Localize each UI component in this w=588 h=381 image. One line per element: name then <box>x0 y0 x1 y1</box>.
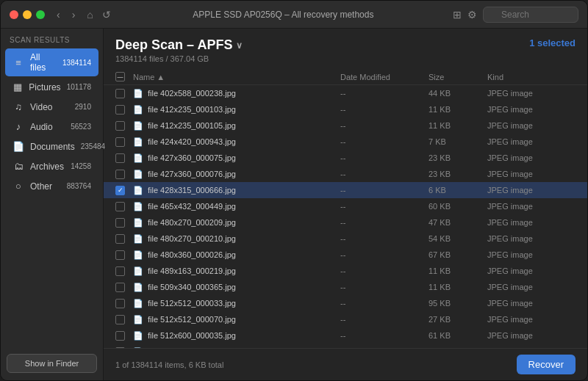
row-checkbox[interactable] <box>115 266 125 276</box>
chevron-down-icon[interactable]: ∨ <box>236 40 243 51</box>
forward-button[interactable]: › <box>69 7 79 22</box>
row-checkbox[interactable] <box>115 283 125 292</box>
table-row[interactable]: 📄file 480x360_000026.jpg--67 KBJPEG imag… <box>104 247 587 263</box>
minimize-button[interactable] <box>23 10 32 19</box>
sidebar-item-video[interactable]: ♫ Video 2910 <box>5 98 98 116</box>
row-file-cell: 📄file 480x270_000210.jpg <box>133 234 340 244</box>
table-row[interactable]: 📄file 412x235_000103.jpg--11 KBJPEG imag… <box>104 101 587 117</box>
col-name-label: Name <box>133 73 154 81</box>
row-checkbox[interactable] <box>115 315 125 324</box>
file-name: file 465x432_000449.jpg <box>148 202 236 211</box>
table-row[interactable]: 📄file 402x588_000238.jpg--44 KBJPEG imag… <box>104 85 587 101</box>
main-layout: Scan results ≡ All files 1384114 ▦ Pictu… <box>1 29 587 380</box>
row-kind: JPEG image <box>487 234 576 243</box>
col-header-size[interactable]: Size <box>429 73 487 81</box>
row-checkbox[interactable] <box>115 89 125 98</box>
sidebar-item-pictures[interactable]: ▦ Pictures 101178 <box>5 78 98 96</box>
table-row[interactable]: 📄file 424x420_000943.jpg--7 KBJPEG image <box>104 134 587 150</box>
file-doc-icon: 📄 <box>133 89 143 98</box>
file-name: file 512x600_000035.jpg <box>148 331 236 340</box>
table-row[interactable]: 📄file 465x432_000449.jpg--60 KBJPEG imag… <box>104 198 587 214</box>
settings-button[interactable]: ⚙ <box>467 9 477 21</box>
row-kind: JPEG image <box>487 186 576 195</box>
row-date: -- <box>340 121 429 130</box>
row-file-cell: 📄file 480x270_000209.jpg <box>133 218 340 228</box>
file-doc-icon: 📄 <box>133 121 143 131</box>
scan-title: Deep Scan – APFS ∨ <box>115 37 243 53</box>
home-icon[interactable]: ⌂ <box>87 9 93 21</box>
table-row[interactable]: 📄file 427x360_000076.jpg--23 KBJPEG imag… <box>104 166 587 182</box>
row-size: 11 KB <box>429 121 487 130</box>
titlebar: ‹ › ⌂ ↺ APPLE SSD AP0256Q – All recovery… <box>1 1 587 29</box>
refresh-button[interactable]: ↺ <box>99 7 114 22</box>
row-kind: JPEG image <box>487 266 576 275</box>
sidebar-item-audio[interactable]: ♪ Audio 56523 <box>5 117 98 136</box>
sidebar-label-audio: Audio <box>30 122 65 132</box>
row-kind: JPEG image <box>487 137 576 146</box>
row-file-cell: 📄file 412x235_000103.jpg <box>133 105 340 115</box>
sidebar-label-all-files: All files <box>30 52 57 73</box>
row-kind: JPEG image <box>487 283 576 291</box>
row-checkbox[interactable] <box>115 250 125 260</box>
sidebar-item-all-files[interactable]: ≡ All files 1384114 <box>5 48 98 76</box>
row-checkbox[interactable] <box>115 186 125 195</box>
row-checkbox[interactable] <box>115 153 125 163</box>
row-date: -- <box>340 218 429 227</box>
traffic-lights <box>10 10 45 19</box>
row-checkbox[interactable] <box>115 299 125 308</box>
select-all-checkbox[interactable] <box>115 72 125 81</box>
sidebar-section-label: Scan results <box>1 29 103 48</box>
file-doc-icon: 📄 <box>133 331 143 341</box>
table-row[interactable]: 📄file 512x512_000070.jpg--27 KBJPEG imag… <box>104 311 587 327</box>
sidebar-item-archives[interactable]: 🗂 Archives 14258 <box>5 157 98 175</box>
file-name: file 509x340_000365.jpg <box>148 283 236 291</box>
file-name: file 424x420_000943.jpg <box>148 137 236 146</box>
row-checkbox[interactable] <box>115 218 125 228</box>
col-header-date[interactable]: Date Modified <box>340 73 429 81</box>
back-button[interactable]: ‹ <box>54 7 63 22</box>
file-doc-icon: 📄 <box>133 186 143 195</box>
table-row[interactable]: 📄file 489x163_000219.jpg--11 KBJPEG imag… <box>104 263 587 279</box>
table-row[interactable]: 📄file 480x270_000209.jpg--47 KBJPEG imag… <box>104 214 587 231</box>
table-row[interactable]: 📄file 427x360_000075.jpg--23 KBJPEG imag… <box>104 150 587 166</box>
row-size: 23 KB <box>429 153 487 162</box>
sidebar-item-documents[interactable]: 📄 Documents 235484 <box>5 137 98 156</box>
file-name: file 402x588_000238.jpg <box>148 89 236 98</box>
table-row[interactable]: 📄file 509x340_000365.jpg--11 KBJPEG imag… <box>104 279 587 295</box>
table-row[interactable]: 📄file 512x512_000033.jpg--95 KBJPEG imag… <box>104 295 587 311</box>
scan-title-text: Deep Scan – APFS <box>115 37 232 53</box>
sidebar-label-documents: Documents <box>30 142 75 152</box>
table-row[interactable]: 📄file 412x235_000105.jpg--11 KBJPEG imag… <box>104 117 587 134</box>
row-checkbox[interactable] <box>115 121 125 131</box>
nav-buttons: ‹ › ⌂ ↺ <box>54 7 114 22</box>
sort-icon[interactable]: ▲ <box>157 73 165 81</box>
row-checkbox[interactable] <box>115 202 125 211</box>
table-row[interactable]: 📄file 512x600_000035.jpg--61 KBJPEG imag… <box>104 327 587 344</box>
row-size: 23 KB <box>429 170 487 178</box>
row-checkbox[interactable] <box>115 234 125 244</box>
recover-button[interactable]: Recover <box>517 355 576 374</box>
sidebar-label-pictures: Pictures <box>29 82 60 92</box>
maximize-button[interactable] <box>36 10 45 19</box>
search-input[interactable] <box>483 7 578 23</box>
sidebar-count-archives: 14258 <box>71 162 91 170</box>
all-files-icon: ≡ <box>12 57 24 68</box>
row-size: 11 KB <box>429 266 487 275</box>
sidebar: Scan results ≡ All files 1384114 ▦ Pictu… <box>1 29 104 380</box>
close-button[interactable] <box>10 10 18 19</box>
table-row[interactable]: 📄file 428x315_000666.jpg--6 KBJPEG image <box>104 182 587 198</box>
table-row[interactable]: 📄file 480x270_000210.jpg--54 KBJPEG imag… <box>104 231 587 247</box>
file-table: Name ▲ Date Modified Size Kind 📄file 402… <box>104 69 587 348</box>
show-in-finder-button[interactable]: Show in Finder <box>7 354 97 373</box>
view-toggle-button[interactable]: ⊞ <box>453 9 462 21</box>
row-checkbox[interactable] <box>115 137 125 147</box>
row-kind: JPEG image <box>487 331 576 340</box>
row-kind: JPEG image <box>487 105 576 114</box>
window-title: APPLE SSD AP0256Q – All recovery methods <box>114 10 453 20</box>
row-checkbox[interactable] <box>115 170 125 179</box>
row-checkbox[interactable] <box>115 105 125 115</box>
sidebar-item-other[interactable]: ○ Other 883764 <box>5 177 98 195</box>
col-header-kind[interactable]: Kind <box>487 73 576 81</box>
row-checkbox[interactable] <box>115 331 125 341</box>
row-date: -- <box>340 299 429 308</box>
